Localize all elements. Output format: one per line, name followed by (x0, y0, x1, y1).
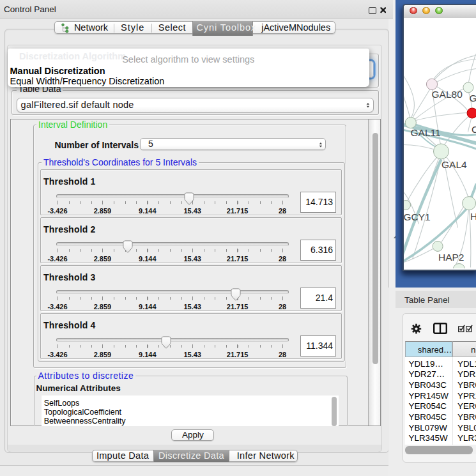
svg-text:GAL11: GAL11 (410, 127, 440, 138)
svg-text:GA: GA (469, 93, 476, 104)
svg-text:GAL80: GAL80 (431, 89, 463, 100)
svg-text:GAL4: GAL4 (441, 159, 467, 170)
svg-text:H: H (470, 210, 476, 221)
svg-text:GCY1: GCY1 (404, 211, 431, 222)
svg-text:C: C (472, 123, 476, 134)
svg-text:HAP2: HAP2 (438, 252, 464, 263)
